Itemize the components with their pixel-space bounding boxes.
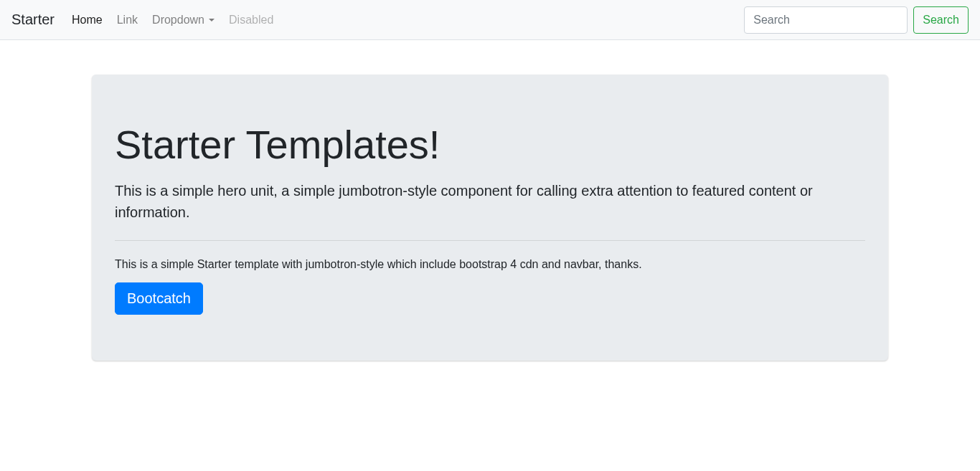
jumbotron-title: Starter Templates! xyxy=(115,120,865,168)
navbar-nav: Home Link Dropdown Disabled xyxy=(66,8,744,32)
jumbotron: Starter Templates! This is a simple hero… xyxy=(92,75,888,361)
nav-link-dropdown-label: Dropdown xyxy=(152,14,204,27)
nav-item-disabled: Disabled xyxy=(223,8,279,32)
bootcatch-button[interactable]: Bootcatch xyxy=(115,282,203,315)
chevron-down-icon xyxy=(209,19,215,22)
jumbotron-text: This is a simple Starter template with j… xyxy=(115,258,865,271)
main-container: Starter Templates! This is a simple hero… xyxy=(92,40,888,361)
nav-link-dropdown[interactable]: Dropdown xyxy=(146,8,220,32)
nav-link-link[interactable]: Link xyxy=(111,8,143,32)
jumbotron-lead: This is a simple hero unit, a simple jum… xyxy=(115,180,865,223)
navbar: Starter Home Link Dropdown Disabled Sear… xyxy=(0,0,980,40)
nav-link-home[interactable]: Home xyxy=(66,8,108,32)
navbar-brand[interactable]: Starter xyxy=(11,11,55,28)
jumbotron-divider xyxy=(115,240,865,241)
search-form: Search xyxy=(744,6,969,34)
nav-item-home: Home xyxy=(66,8,108,32)
nav-link-disabled: Disabled xyxy=(223,8,279,32)
nav-item-link: Link xyxy=(111,8,143,32)
search-button[interactable]: Search xyxy=(913,6,969,34)
nav-item-dropdown: Dropdown xyxy=(146,8,220,32)
search-input[interactable] xyxy=(744,6,908,34)
